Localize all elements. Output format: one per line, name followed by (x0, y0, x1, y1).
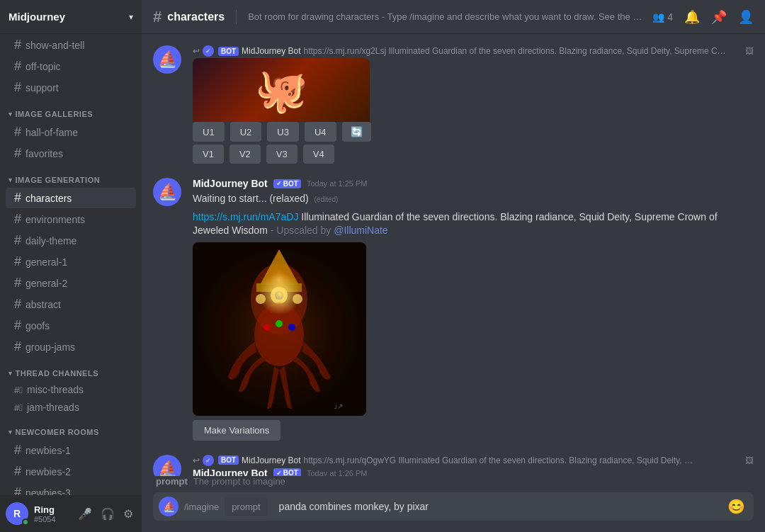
members-count: 👥 4 (652, 11, 673, 23)
thread-hash-icon: #⃣ (14, 385, 23, 395)
user-area: R Ring #5054 🎤 🎧 ⚙ (0, 495, 142, 532)
input-area: prompt The prompt to imagine ⛵ /imagine … (142, 476, 765, 532)
header-divider (236, 10, 237, 24)
sidebar-item-environments[interactable]: # environments (6, 209, 136, 230)
bot-label-3: BOT (283, 469, 298, 476)
make-variations-button[interactable]: Make Variations (193, 420, 280, 441)
glow-effect (259, 273, 301, 315)
u3-button[interactable]: U3 (267, 122, 299, 142)
sidebar-item-misc-threads[interactable]: #⃣ misc-threads (6, 381, 136, 398)
checkmark-icon: ✓ (276, 180, 282, 187)
mute-button[interactable]: 🎤 (75, 504, 95, 523)
section-label: THREAD CHANNELS (16, 369, 99, 378)
u2-button[interactable]: U2 (230, 122, 262, 142)
settings-button[interactable]: ⚙ (120, 504, 136, 523)
sidebar-item-abstract[interactable]: # abstract (6, 294, 136, 315)
hash-icon: # (14, 339, 21, 354)
preview-author: MidJourney Bot (242, 46, 300, 56)
section-thread-channels[interactable]: ▾ THREAD CHANNELS (0, 358, 142, 380)
sidebar-item-group-jams[interactable]: # group-jams (6, 336, 136, 357)
channel-label: favorites (26, 148, 63, 159)
sidebar-item-characters[interactable]: # characters (6, 188, 136, 208)
sidebar-item-goofs[interactable]: # goofs (6, 315, 136, 336)
pin-icon[interactable]: 📌 (711, 9, 727, 25)
upscaler-mention: @IllumiNate (334, 225, 387, 236)
section-image-galleries[interactable]: ▾ IMAGE GALLERIES (0, 98, 142, 121)
hash-icon: # (14, 80, 21, 95)
sidebar-item-jam-threads[interactable]: #⃣ jam-threads (6, 399, 136, 416)
sidebar-scroll: # show-and-tell # off-topic # support ▾ … (0, 34, 142, 495)
sidebar-item-newbies-1[interactable]: # newbies-1 (6, 440, 136, 460)
hash-icon: # (14, 38, 21, 52)
channel-label: show-and-tell (26, 40, 84, 51)
sidebar-item-show-and-tell[interactable]: # show-and-tell (6, 35, 136, 55)
hash-icon: # (14, 233, 21, 248)
section-newcomer-rooms[interactable]: ▾ NEWCOMER ROOMS (0, 417, 142, 439)
user-controls: 🎤 🎧 ⚙ (75, 504, 136, 523)
sidebar-item-general-2[interactable]: # general-2 (6, 273, 136, 293)
upscale-button-row: U1 U2 U3 U4 🔄 (193, 122, 754, 142)
sidebar-item-newbies-3[interactable]: # newbies-3 (6, 482, 136, 495)
sidebar-item-daily-theme[interactable]: # daily-theme (6, 230, 136, 251)
creature-preview-art: 🐙 (255, 65, 308, 115)
message-group: ⛵ ↩ ✓ BOT MidJourney Bot https://s.mj.ru… (153, 45, 754, 166)
v2-button[interactable]: V2 (230, 145, 261, 164)
channel-label: environments (26, 214, 85, 225)
message-preview-bar-2: ↩ ✓ BOT MidJourney Bot https://s.mj.run/… (193, 455, 754, 466)
message-link-line: https://s.mj.run/mA7aDJ Illuminated Guar… (193, 210, 754, 238)
hash-icon: # (14, 443, 21, 458)
sidebar-item-favorites[interactable]: # favorites (6, 143, 136, 164)
server-header[interactable]: Midjourney ▾ (0, 0, 142, 34)
section-chevron-icon: ▾ (8, 370, 13, 377)
main-image-container: ᴊ↗ (193, 242, 366, 416)
prompt-input[interactable] (273, 494, 719, 519)
prompt-label: prompt (156, 476, 188, 487)
avatar: ⛵ (153, 455, 181, 476)
hash-icon: # (14, 318, 21, 333)
bot-icon: ✓ (203, 45, 214, 57)
section-chevron-icon: ▾ (8, 176, 13, 183)
sidebar-item-support[interactable]: # support (6, 77, 136, 98)
channel-label: misc-threads (27, 384, 84, 395)
prompt-description: The prompt to imagine (193, 476, 285, 487)
deafen-button[interactable]: 🎧 (98, 504, 118, 523)
emoji-button[interactable]: 😊 (725, 492, 748, 521)
refresh-button[interactable]: 🔄 (342, 122, 371, 142)
section-label: IMAGE GENERATION (16, 176, 101, 184)
v4-button[interactable]: V4 (303, 145, 334, 164)
sidebar: Midjourney ▾ # show-and-tell # off-topic… (0, 0, 142, 532)
hash-icon: # (14, 59, 21, 74)
sidebar-item-off-topic[interactable]: # off-topic (6, 56, 136, 77)
main-content: # characters Bot room for drawing charac… (142, 0, 765, 532)
sidebar-item-hall-of-fame[interactable]: # hall-of-fame (6, 122, 136, 142)
v3-button[interactable]: V3 (266, 145, 298, 164)
partial-image-preview: 🐙 (193, 58, 370, 122)
notify-icon[interactable]: 🔔 (684, 9, 700, 25)
message-timestamp: Today at 1:25 PM (307, 179, 368, 188)
message-author-3: MidJourney Bot (193, 468, 268, 476)
u1-button[interactable]: U1 (193, 122, 225, 142)
hash-icon: # (14, 146, 21, 161)
sidebar-item-general-1[interactable]: # general-1 (6, 251, 136, 272)
input-wrapper: ⛵ /imagine prompt 😊 (153, 492, 754, 521)
u4-button[interactable]: U4 (305, 122, 336, 142)
user-discriminator: #5054 (34, 515, 69, 523)
upscaled-by: - Upscaled by (271, 225, 334, 236)
svg-point-11 (264, 324, 271, 331)
header-icons: 👥 4 🔔 📌 👤 (652, 9, 754, 25)
variation-button-row: V1 V2 V3 V4 (193, 145, 754, 164)
creature-svg: ᴊ↗ (193, 242, 366, 416)
message-content-2: MidJourney Bot ✓ BOT Today at 1:25 PM Wa… (193, 178, 754, 443)
message-content-3: ↩ ✓ BOT MidJourney Bot https://s.mj.run/… (193, 455, 754, 476)
section-image-generation[interactable]: ▾ IMAGE GENERATION (0, 164, 142, 187)
hash-icon: # (14, 276, 21, 290)
reply-icon: ↩ (193, 455, 200, 465)
v1-button[interactable]: V1 (193, 145, 224, 164)
members-list-icon[interactable]: 👤 (738, 9, 754, 25)
reply-icon: ↩ (193, 46, 200, 56)
hash-icon: # (14, 212, 21, 227)
sidebar-item-newbies-2[interactable]: # newbies-2 (6, 461, 136, 482)
channel-label: general-1 (26, 256, 67, 268)
message-link[interactable]: https://s.mj.run/mA7aDJ (193, 211, 298, 222)
channel-header-name: characters (167, 11, 225, 23)
